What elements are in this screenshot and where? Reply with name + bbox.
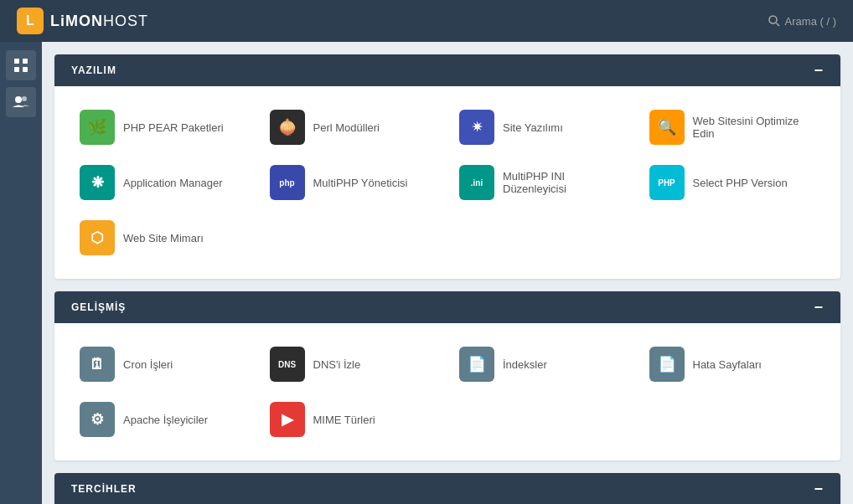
menu-item-icon: ❋: [80, 165, 115, 200]
menu-item[interactable]: ❋Application Manager: [71, 158, 255, 207]
menu-item[interactable]: 🧅Perl Modülleri: [261, 103, 445, 152]
menu-item-label: İndeksler: [503, 358, 547, 371]
svg-point-0: [769, 16, 777, 23]
menu-item[interactable]: PHPSelect PHP Version: [641, 158, 825, 207]
menu-item-icon: DNS: [270, 347, 305, 382]
search-icon: [768, 15, 780, 27]
menu-item-label: Site Yazılımı: [503, 121, 563, 134]
menu-item-label: MIME Türleri: [313, 414, 375, 426]
menu-item-icon: 🌿: [80, 110, 115, 145]
section-title-gelismis: GELİŞMİŞ: [71, 301, 126, 313]
menu-item-icon: php: [270, 165, 305, 200]
svg-rect-3: [23, 59, 28, 64]
menu-item-label: DNS'i İzle: [313, 358, 361, 371]
svg-rect-2: [14, 59, 19, 64]
menu-item[interactable]: 📄İndeksler: [451, 340, 634, 388]
logo-icon: L: [17, 8, 44, 34]
menu-item[interactable]: 🌿PHP PEAR Paketleri: [71, 103, 255, 152]
menu-item-label: Web Sitesini Optimize Edin: [693, 115, 816, 140]
menu-item-icon: ✴: [459, 110, 494, 145]
menu-item[interactable]: phpMultiPHP Yöneticisi: [261, 158, 445, 207]
menu-item[interactable]: 🔍Web Sitesini Optimize Edin: [641, 103, 825, 152]
menu-item[interactable]: ▶MIME Türleri: [261, 395, 445, 444]
search-label: Arama ( / ): [785, 15, 836, 28]
users-icon: [13, 95, 29, 109]
collapse-btn-gelismis[interactable]: −: [814, 300, 824, 315]
svg-point-6: [15, 96, 22, 103]
menu-item-label: MultiPHP INI Düzenleyicisi: [503, 170, 626, 195]
menu-item[interactable]: .iniMultiPHP INI Düzenleyicisi: [451, 158, 634, 207]
menu-item-label: Application Manager: [123, 177, 223, 189]
menu-item-label: Perl Modülleri: [313, 121, 380, 134]
menu-item-icon: PHP: [649, 165, 685, 200]
menu-item-label: Select PHP Version: [693, 177, 788, 189]
menu-item-icon: .ini: [459, 165, 494, 200]
main-layout: YAZILIM −🌿PHP PEAR Paketleri🧅Perl Modüll…: [0, 42, 853, 504]
menu-item[interactable]: ✴Site Yazılımı: [451, 103, 634, 152]
menu-item-icon: 🔍: [649, 110, 685, 145]
menu-item[interactable]: 📄Hata Sayfaları: [641, 340, 825, 388]
menu-item-label: Web Site Mimarı: [123, 232, 204, 244]
collapse-btn-yazilim[interactable]: −: [814, 63, 824, 78]
section-header-gelismis: GELİŞMİŞ −: [54, 291, 840, 323]
section-title-yazilim: YAZILIM: [71, 64, 116, 76]
svg-rect-5: [23, 67, 28, 72]
menu-item-label: Hata Sayfaları: [693, 358, 762, 371]
grid-icon: [13, 58, 28, 73]
sidebar: [0, 42, 42, 504]
menu-item[interactable]: 🗓Cron İşleri: [71, 340, 255, 388]
header: L LiMONHOST Arama ( / ): [0, 0, 853, 42]
menu-item-icon: 📄: [649, 347, 685, 382]
sidebar-item-grid[interactable]: [6, 50, 36, 80]
menu-item-icon: ⚙: [80, 402, 115, 437]
section-body-yazilim: 🌿PHP PEAR Paketleri🧅Perl Modülleri✴Site …: [54, 86, 840, 279]
menu-item[interactable]: ⚙Apache İşleyiciler: [71, 395, 255, 444]
search-area[interactable]: Arama ( / ): [768, 15, 836, 28]
menu-item-icon: 🧅: [270, 110, 305, 145]
section-body-gelismis: 🗓Cron İşleriDNSDNS'i İzle📄İndeksler📄Hata…: [54, 323, 840, 460]
section-gelismis: GELİŞMİŞ −🗓Cron İşleriDNSDNS'i İzle📄İnde…: [54, 291, 840, 460]
menu-item-label: MultiPHP Yöneticisi: [313, 177, 408, 189]
section-header-tercihler: TERCİHLER −: [54, 473, 840, 504]
logo[interactable]: L LiMONHOST: [17, 8, 148, 34]
sidebar-item-users[interactable]: [6, 87, 36, 117]
section-title-tercihler: TERCİHLER: [71, 483, 137, 495]
logo-text: LiMONHOST: [50, 13, 148, 30]
menu-item-label: Cron İşleri: [123, 358, 173, 371]
menu-item-icon: 📄: [459, 347, 494, 382]
section-yazilim: YAZILIM −🌿PHP PEAR Paketleri🧅Perl Modüll…: [54, 54, 840, 279]
menu-item-icon: ⬡: [80, 220, 115, 255]
menu-item-label: PHP PEAR Paketleri: [123, 121, 224, 134]
menu-item[interactable]: DNSDNS'i İzle: [261, 340, 445, 388]
collapse-btn-tercihler[interactable]: −: [814, 481, 824, 496]
menu-item[interactable]: ⬡Web Site Mimarı: [71, 213, 255, 262]
section-tercihler: TERCİHLER −***Şifre & Güvenliği🔄Dili Değ…: [54, 473, 840, 504]
svg-line-1: [776, 23, 779, 27]
svg-point-7: [22, 96, 27, 101]
menu-item-label: Apache İşleyiciler: [123, 414, 208, 426]
menu-item-icon: 🗓: [80, 347, 115, 382]
main-content: YAZILIM −🌿PHP PEAR Paketleri🧅Perl Modüll…: [42, 42, 853, 504]
svg-rect-4: [14, 67, 19, 72]
menu-item-icon: ▶: [270, 402, 305, 437]
section-header-yazilim: YAZILIM −: [54, 54, 840, 86]
